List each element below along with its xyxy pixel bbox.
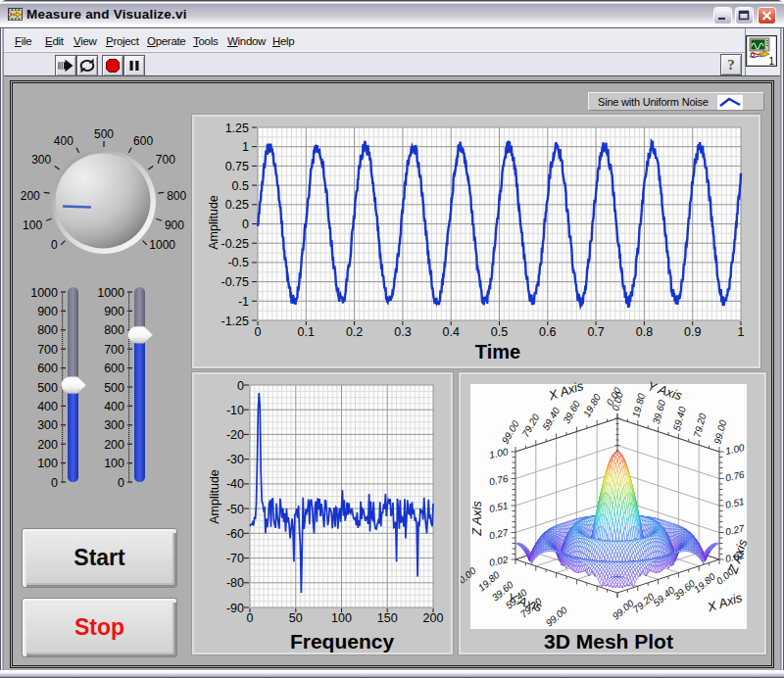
svg-text:300: 300 [104, 418, 124, 432]
svg-text:300: 300 [31, 153, 51, 167]
svg-text:1000: 1000 [97, 286, 124, 300]
svg-text:3D Mesh Plot: 3D Mesh Plot [544, 630, 673, 653]
svg-text:900: 900 [37, 305, 58, 318]
svg-text:100: 100 [104, 457, 124, 470]
svg-text:-20: -20 [226, 428, 244, 442]
svg-text:0.25: 0.25 [225, 198, 249, 212]
svg-text:400: 400 [54, 134, 74, 148]
svg-text:-1.25: -1.25 [221, 315, 250, 328]
svg-text:-50: -50 [226, 503, 244, 516]
svg-text:700: 700 [104, 343, 124, 357]
svg-text:0.9: 0.9 [684, 325, 701, 339]
svg-text:800: 800 [37, 323, 58, 337]
svg-text:600: 600 [37, 362, 58, 375]
svg-text:200: 200 [423, 611, 444, 625]
svg-text:-0.5: -0.5 [227, 256, 249, 269]
svg-text:-60: -60 [226, 527, 244, 541]
svg-text:0.5: 0.5 [232, 179, 249, 193]
svg-text:400: 400 [37, 400, 58, 413]
svg-text:0.6: 0.6 [539, 325, 556, 339]
svg-text:0.8: 0.8 [636, 325, 653, 339]
svg-text:0: 0 [247, 611, 254, 625]
svg-text:-0.75: -0.75 [221, 275, 250, 289]
svg-text:0.1: 0.1 [298, 325, 315, 339]
svg-text:400: 400 [104, 400, 124, 413]
svg-text:500: 500 [104, 381, 124, 395]
svg-text:800: 800 [167, 189, 186, 203]
svg-text:1000: 1000 [149, 238, 175, 252]
svg-text:900: 900 [104, 305, 124, 318]
svg-text:-70: -70 [226, 552, 244, 565]
svg-text:0.7: 0.7 [587, 325, 604, 339]
svg-text:700: 700 [37, 343, 58, 357]
svg-text:0.5: 0.5 [491, 325, 508, 339]
svg-text:0: 0 [237, 379, 244, 393]
svg-text:300: 300 [37, 418, 58, 432]
svg-text:50: 50 [289, 611, 303, 625]
svg-text:Amplitude: Amplitude [207, 195, 220, 250]
svg-text:0: 0 [118, 476, 124, 490]
svg-text:200: 200 [104, 438, 124, 452]
svg-text:-0.25: -0.25 [221, 237, 250, 251]
svg-text:Time: Time [475, 341, 520, 363]
svg-text:200: 200 [21, 189, 40, 203]
svg-text:1: 1 [768, 56, 774, 67]
svg-text:-1: -1 [238, 295, 249, 309]
svg-text:1: 1 [242, 140, 249, 154]
svg-text:Frequency: Frequency [290, 630, 395, 653]
svg-text:200: 200 [37, 438, 58, 452]
svg-text:0: 0 [255, 325, 262, 339]
svg-text:1: 1 [738, 325, 745, 339]
svg-text:Z Axis: Z Axis [469, 501, 484, 537]
svg-text:-80: -80 [226, 576, 244, 590]
svg-text:900: 900 [165, 218, 184, 232]
svg-text:0: 0 [51, 238, 58, 252]
svg-text:-10: -10 [226, 404, 244, 417]
svg-text:0.2: 0.2 [346, 325, 363, 339]
svg-text:1.25: 1.25 [225, 121, 249, 135]
svg-text:-30: -30 [226, 453, 244, 466]
svg-text:0: 0 [242, 218, 249, 231]
svg-text:-90: -90 [226, 602, 244, 615]
svg-text:0.4: 0.4 [443, 325, 460, 339]
svg-text:100: 100 [23, 218, 42, 232]
svg-text:500: 500 [94, 127, 114, 141]
svg-text:100: 100 [331, 611, 352, 625]
svg-text:700: 700 [156, 153, 175, 167]
svg-text:500: 500 [37, 381, 58, 395]
svg-text:1000: 1000 [30, 286, 58, 300]
svg-text:600: 600 [104, 362, 124, 375]
svg-text:100: 100 [37, 457, 58, 470]
svg-text:0: 0 [51, 476, 58, 490]
svg-text:0.75: 0.75 [225, 160, 249, 173]
svg-text:600: 600 [133, 134, 153, 148]
svg-text:Amplitude: Amplitude [208, 469, 221, 524]
svg-text:150: 150 [377, 611, 398, 625]
svg-text:0.3: 0.3 [394, 325, 411, 339]
svg-text:800: 800 [104, 323, 124, 337]
svg-text:-40: -40 [226, 477, 244, 491]
